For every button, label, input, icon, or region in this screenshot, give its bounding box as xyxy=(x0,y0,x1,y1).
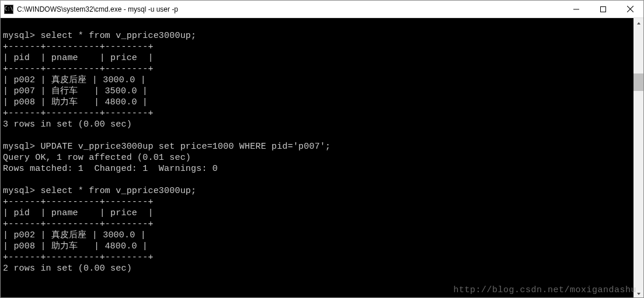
window-titlebar: C:\ C:\WINDOWS\system32\cmd.exe - mysql … xyxy=(1,1,643,18)
svg-marker-4 xyxy=(637,22,640,24)
svg-rect-1 xyxy=(601,6,606,12)
cmd-icon: C:\ xyxy=(4,5,13,14)
window-title: C:\WINDOWS\system32\cmd.exe - mysql -u u… xyxy=(17,5,178,13)
terminal-area: mysql> select * from v_pprice3000up; +--… xyxy=(1,18,643,298)
scrollbar-thumb[interactable] xyxy=(633,73,643,91)
svg-marker-5 xyxy=(637,293,640,295)
close-button[interactable] xyxy=(617,1,643,18)
scroll-down-arrow-icon[interactable] xyxy=(633,289,643,298)
maximize-button[interactable] xyxy=(590,1,617,18)
minimize-button[interactable] xyxy=(563,1,590,18)
vertical-scrollbar[interactable] xyxy=(633,18,643,298)
scroll-up-arrow-icon[interactable] xyxy=(633,18,643,28)
terminal-output[interactable]: mysql> select * from v_pprice3000up; +--… xyxy=(1,18,633,298)
